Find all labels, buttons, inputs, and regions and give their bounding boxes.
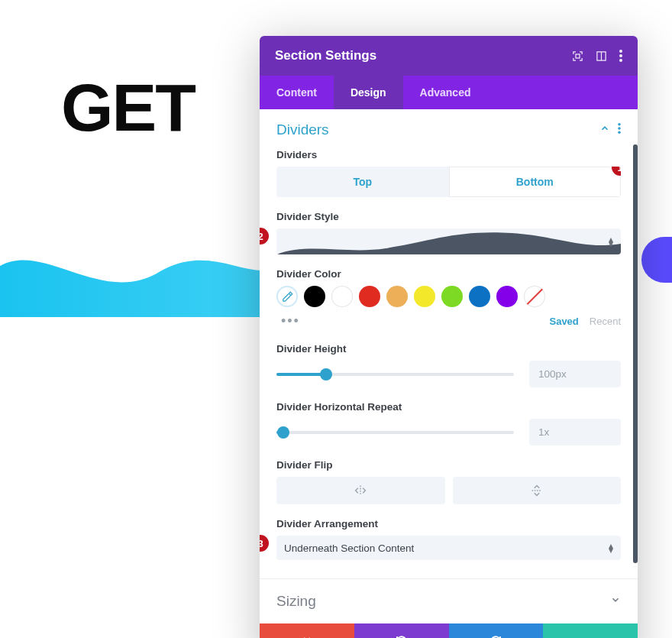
- divider-height-value[interactable]: 100px: [529, 361, 621, 387]
- dividers-position-group: Dividers Top Bottom 1: [260, 149, 638, 211]
- svg-point-8: [618, 131, 621, 134]
- swatch-orange[interactable]: [386, 286, 408, 307]
- flip-vertical-button[interactable]: [453, 477, 622, 504]
- chevron-up-icon[interactable]: [599, 123, 610, 137]
- divider-style-select[interactable]: ▴▾: [276, 228, 621, 254]
- divider-style-group: Divider Style ▴▾ 2: [260, 211, 638, 268]
- divider-height-label: Divider Height: [276, 343, 621, 355]
- svg-point-7: [618, 127, 621, 130]
- divider-style-label: Divider Style: [276, 211, 621, 222]
- dividers-bottom-button[interactable]: Bottom: [449, 167, 622, 197]
- saved-colors-tab[interactable]: Saved: [549, 316, 578, 327]
- divider-repeat-value[interactable]: 1x: [529, 419, 621, 445]
- svg-point-5: [619, 59, 622, 62]
- slider-thumb[interactable]: [320, 368, 332, 381]
- dividers-position-label: Dividers: [276, 149, 621, 160]
- eyedropper-button[interactable]: [276, 286, 298, 307]
- divider-arrangement-group: Divider Arrangement Underneath Section C…: [260, 518, 638, 578]
- panel-title: Section Settings: [275, 48, 376, 63]
- panel-header: Section Settings: [260, 36, 638, 76]
- swatch-blue[interactable]: [469, 286, 490, 307]
- swatch-yellow[interactable]: [414, 286, 435, 307]
- undo-button[interactable]: [354, 623, 449, 638]
- swatch-red[interactable]: [359, 286, 380, 307]
- chevron-down-icon[interactable]: [610, 594, 621, 608]
- swatch-white[interactable]: [331, 286, 353, 307]
- expand-icon[interactable]: [572, 50, 583, 62]
- divider-color-label: Divider Color: [276, 268, 621, 280]
- divider-height-group: Divider Height 100px: [260, 343, 638, 401]
- cancel-button[interactable]: [260, 623, 354, 638]
- kebab-menu-icon[interactable]: [618, 123, 621, 137]
- swatch-none[interactable]: [524, 286, 545, 307]
- scrollbar[interactable]: [633, 144, 638, 563]
- tab-advanced[interactable]: Advanced: [403, 76, 488, 109]
- settings-panel: Section Settings Content Design Advanced…: [260, 36, 638, 638]
- columns-icon[interactable]: [596, 50, 607, 62]
- divider-arrangement-value: Underneath Section Content: [284, 542, 414, 554]
- divider-arrangement-label: Divider Arrangement: [276, 518, 621, 530]
- svg-point-4: [619, 54, 622, 57]
- section-sizing-title: Sizing: [276, 593, 316, 610]
- svg-point-3: [619, 50, 622, 53]
- recent-colors-tab[interactable]: Recent: [590, 316, 621, 327]
- swatch-green[interactable]: [441, 286, 463, 307]
- divider-height-slider[interactable]: [276, 373, 514, 376]
- divider-color-group: Divider Color ••• Saved Recent: [260, 268, 638, 343]
- svg-rect-0: [576, 54, 580, 58]
- background-wave-right: [641, 237, 672, 283]
- background-headline: GET: [61, 69, 195, 147]
- section-dividers-header[interactable]: Dividers: [260, 109, 638, 149]
- swatch-black[interactable]: [304, 286, 325, 307]
- tabs-bar: Content Design Advanced: [260, 76, 638, 109]
- svg-point-6: [618, 123, 621, 126]
- slider-thumb[interactable]: [277, 426, 289, 439]
- divider-arrangement-select[interactable]: Underneath Section Content ▴▾: [276, 536, 621, 560]
- divider-repeat-label: Divider Horizontal Repeat: [276, 401, 621, 413]
- flip-horizontal-button[interactable]: [276, 477, 445, 504]
- divider-flip-label: Divider Flip: [276, 459, 621, 471]
- dividers-top-button[interactable]: Top: [276, 167, 449, 197]
- divider-repeat-group: Divider Horizontal Repeat 1x: [260, 401, 638, 459]
- kebab-menu-icon[interactable]: [619, 50, 622, 62]
- section-dividers-title: Dividers: [276, 121, 329, 138]
- swatch-purple[interactable]: [496, 286, 518, 307]
- panel-footer: [260, 623, 638, 638]
- section-sizing-header[interactable]: Sizing: [260, 579, 638, 623]
- panel-body: Dividers Dividers Top Bottom 1 Divider S…: [260, 109, 638, 623]
- color-swatches: [276, 286, 621, 307]
- annotation-2: 2: [260, 228, 269, 245]
- more-colors-icon[interactable]: •••: [276, 313, 300, 329]
- tab-content[interactable]: Content: [260, 76, 334, 109]
- divider-repeat-slider[interactable]: [276, 431, 514, 434]
- annotation-3: 3: [260, 535, 269, 552]
- background-wave-left: [0, 225, 283, 317]
- divider-flip-group: Divider Flip: [260, 459, 638, 518]
- confirm-button[interactable]: [543, 623, 638, 638]
- tab-design[interactable]: Design: [334, 76, 403, 109]
- dividers-position-segmented: Top Bottom 1: [276, 167, 621, 197]
- redo-button[interactable]: [449, 623, 544, 638]
